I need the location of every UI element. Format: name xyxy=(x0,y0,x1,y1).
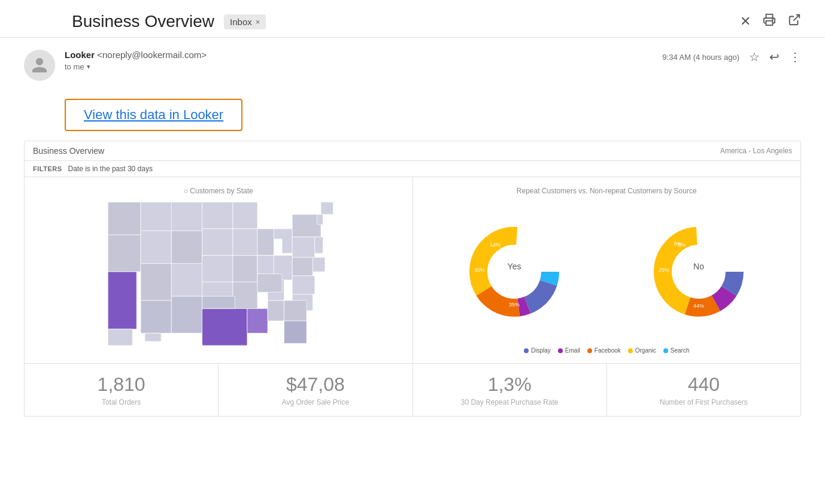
legend-search-dot xyxy=(663,348,668,353)
dashboard-title: Business Overview xyxy=(33,146,104,156)
state-va xyxy=(292,257,313,276)
legend-email-dot xyxy=(558,348,563,353)
metric-label-0: Total Orders xyxy=(37,398,206,406)
legend-organic-dot xyxy=(628,348,633,353)
dashboard-container: Business Overview America - Los Angeles … xyxy=(24,141,801,417)
legend-organic-label: Organic xyxy=(635,347,656,354)
state-hi xyxy=(145,333,161,342)
header-icons: ✕ xyxy=(740,13,801,30)
state-fl xyxy=(284,321,307,344)
state-wv xyxy=(313,257,325,272)
filters-bar: FILTERS Date is in the past 30 days xyxy=(25,161,800,177)
state-ct xyxy=(317,214,323,224)
us-map-svg xyxy=(51,194,386,350)
state-or xyxy=(108,235,141,272)
state-az xyxy=(141,300,171,333)
sender-right: 9:34 AM (4 hours ago) ☆ ↩ ⋮ xyxy=(662,50,801,64)
svg-text:Yes: Yes xyxy=(508,262,521,271)
email-title: Business Overview xyxy=(72,12,214,31)
state-mt xyxy=(141,202,174,231)
state-wa xyxy=(108,202,141,235)
sender-name-line: Looker <noreply@lookermail.com> xyxy=(65,50,207,60)
state-ia xyxy=(233,256,257,282)
state-ky xyxy=(257,256,274,274)
state-ok xyxy=(202,296,235,309)
email-title-area: Business Overview Inbox × xyxy=(72,12,266,31)
star-icon[interactable]: ☆ xyxy=(749,50,760,64)
state-ak xyxy=(108,329,132,345)
svg-text:13%: 13% xyxy=(728,267,739,273)
legend-facebook-label: Facebook xyxy=(595,347,621,354)
sender-row: Looker <noreply@lookermail.com> to me ▾ … xyxy=(0,38,825,87)
state-la xyxy=(247,309,268,333)
to-me-chevron-icon: ▾ xyxy=(87,63,90,71)
metric-value-3: 440 xyxy=(619,374,788,396)
svg-text:18%: 18% xyxy=(544,267,554,273)
state-co xyxy=(171,231,202,264)
legend-item-email: Email xyxy=(558,347,580,354)
legend-display-dot xyxy=(524,348,529,353)
state-ga xyxy=(284,300,307,321)
to-me-text: to me xyxy=(65,62,84,71)
avatar-icon xyxy=(31,56,48,74)
metric-cell-0: 1,810 Total Orders xyxy=(25,364,219,416)
state-mi xyxy=(274,229,292,253)
inbox-close-icon[interactable]: × xyxy=(256,17,260,26)
sender-left: Looker <noreply@lookermail.com> to me ▾ xyxy=(24,50,207,81)
metrics-row: 1,810 Total Orders $47,08 Avg Order Sale… xyxy=(25,364,800,416)
donut-legend: Display Email Facebook Organic Search xyxy=(423,347,791,354)
svg-text:35%: 35% xyxy=(509,302,520,308)
legend-item-facebook: Facebook xyxy=(587,347,621,354)
donut-chart-title: Repeat Customers vs. Non-repeat Customer… xyxy=(423,187,791,195)
donut-no-wrapper: No 8% 9% 25% 44% 13% xyxy=(645,218,753,326)
sender-name: Looker xyxy=(65,50,95,60)
external-link-icon[interactable] xyxy=(788,13,801,30)
more-options-icon[interactable]: ⋮ xyxy=(789,50,801,64)
svg-text:30%: 30% xyxy=(474,267,485,273)
state-nc xyxy=(292,276,315,294)
state-mn xyxy=(233,202,257,229)
view-in-looker-link[interactable]: View this data in Looker xyxy=(84,107,223,122)
state-nd xyxy=(202,202,232,229)
state-ca xyxy=(108,272,137,329)
donut-yes-wrapper: Yes 14% 30% 35% 18% xyxy=(460,218,568,326)
state-nm xyxy=(171,296,202,333)
metric-cell-2: 1,3% 30 Day Repeat Purchase Rate xyxy=(413,364,607,416)
state-id xyxy=(141,231,171,264)
map-container xyxy=(34,200,403,344)
metric-cell-1: $47,08 Avg Order Sale Price xyxy=(219,364,412,416)
legend-search-label: Search xyxy=(671,347,690,354)
metric-label-3: Number of First Purchasers xyxy=(619,398,788,406)
avatar xyxy=(24,50,55,81)
state-nj xyxy=(315,237,323,253)
sender-info: Looker <noreply@lookermail.com> to me ▾ xyxy=(65,50,207,71)
to-me[interactable]: to me ▾ xyxy=(65,62,207,71)
inbox-label: Inbox xyxy=(230,17,252,27)
svg-line-2 xyxy=(793,15,799,21)
state-wy xyxy=(171,202,202,231)
donut-chart-cell: Repeat Customers vs. Non-repeat Customer… xyxy=(413,177,801,363)
metric-label-2: 30 Day Repeat Purchase Rate xyxy=(425,398,595,406)
map-chart-cell: ○ Customers by State xyxy=(25,177,413,363)
svg-rect-0 xyxy=(766,21,773,25)
collapse-icon[interactable]: ✕ xyxy=(740,14,751,29)
reply-icon[interactable]: ↩ xyxy=(769,50,779,64)
print-icon[interactable] xyxy=(763,13,776,30)
state-ne xyxy=(202,256,232,282)
state-ms xyxy=(268,300,284,321)
sender-email: <noreply@lookermail.com> xyxy=(97,50,207,60)
state-mo xyxy=(233,282,257,308)
legend-display-label: Display xyxy=(531,347,551,354)
email-header: Business Overview Inbox × ✕ xyxy=(0,0,825,38)
metric-label-1: Avg Order Sale Price xyxy=(230,398,400,406)
svg-point-1 xyxy=(772,19,773,20)
filters-value: Date is in the past 30 days xyxy=(68,165,153,173)
state-nv xyxy=(141,263,171,300)
state-sd xyxy=(202,229,232,255)
state-ut xyxy=(171,263,202,296)
email-time: 9:34 AM (4 hours ago) xyxy=(662,53,739,62)
looker-link-box: View this data in Looker xyxy=(65,99,242,131)
donut-no-svg: No 8% 9% 25% 44% 13% xyxy=(645,218,753,326)
svg-text:44%: 44% xyxy=(693,303,704,309)
legend-item-search: Search xyxy=(663,347,690,354)
